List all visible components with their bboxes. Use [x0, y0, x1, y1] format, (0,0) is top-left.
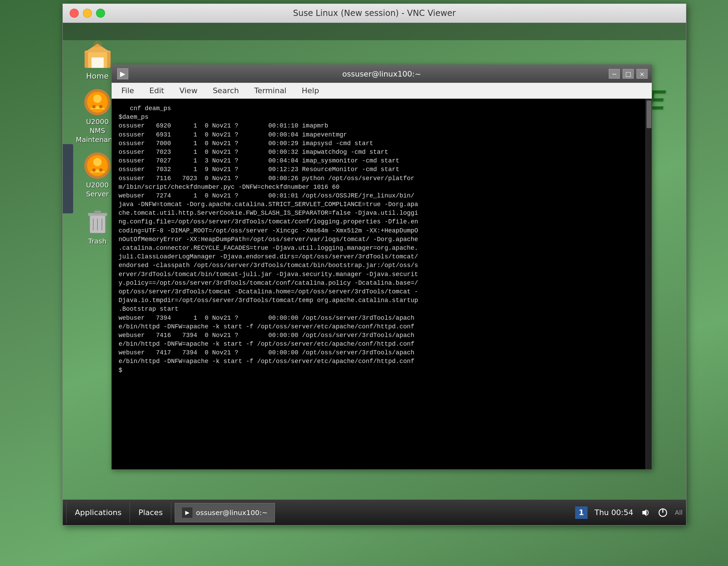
- terminal-maximize-button[interactable]: □: [623, 69, 634, 79]
- svg-point-9: [99, 105, 103, 108]
- menu-edit[interactable]: Edit: [145, 84, 168, 97]
- outer-desktop: Suse Linux (New session) - VNC Viewer: [0, 0, 728, 566]
- svg-rect-3: [92, 58, 104, 68]
- terminal-text: cnf deam_ps $daem_ps ossuser 6920 1 0 No…: [119, 104, 645, 375]
- vnc-maximize-button[interactable]: [96, 9, 105, 18]
- taskbar-terminal-icon: ▶: [182, 507, 192, 518]
- terminal-minimize-button[interactable]: −: [609, 69, 620, 79]
- vnc-window: Suse Linux (New session) - VNC Viewer: [62, 3, 686, 525]
- taskbar-all-label: All: [675, 509, 683, 516]
- vnc-content: Home U2000NMSMaintenan...: [63, 23, 686, 525]
- taskbar-clock: Thu 00:54: [595, 508, 633, 517]
- scrollbar-thumb[interactable]: [647, 100, 651, 128]
- svg-marker-25: [642, 509, 647, 516]
- vnc-title: Suse Linux (New session) - VNC Viewer: [293, 8, 456, 18]
- menu-search[interactable]: Search: [209, 84, 243, 97]
- svg-marker-4: [93, 40, 102, 47]
- taskbar-places-button[interactable]: Places: [130, 502, 171, 523]
- menu-terminal[interactable]: Terminal: [250, 84, 291, 97]
- taskbar-terminal-app[interactable]: ▶ ossuser@linux100:~: [175, 503, 275, 522]
- u2000-server-label: U2000Server: [86, 180, 109, 198]
- u2000-server-icon: [83, 151, 112, 180]
- terminal-content[interactable]: cnf deam_ps $daem_ps ossuser 6920 1 0 No…: [112, 99, 652, 469]
- terminal-close-button[interactable]: ×: [636, 69, 648, 79]
- trash-icon-label: Trash: [88, 237, 107, 245]
- taskbar-terminal-label: ossuser@linux100:~: [196, 508, 268, 517]
- home-folder-icon: [83, 40, 112, 70]
- terminal-scrollbar[interactable]: [645, 99, 652, 469]
- volume-icon[interactable]: [640, 507, 651, 518]
- taskbar: Applications Places ▶ ossuser@linux100:~: [63, 499, 686, 525]
- home-icon-label: Home: [86, 72, 109, 81]
- terminal-window-controls: − □ ×: [609, 69, 648, 79]
- power-icon[interactable]: [658, 507, 668, 518]
- terminal-window: ▶ ossuser@linux100:~ − □ × File Edit: [111, 64, 652, 470]
- taskbar-terminal-icon-symbol: ▶: [185, 509, 189, 516]
- svg-point-12: [93, 158, 102, 166]
- svg-rect-17: [94, 211, 101, 214]
- svg-point-13: [92, 168, 96, 172]
- inner-desktop: Home U2000NMSMaintenan...: [63, 23, 686, 525]
- terminal-icon-symbol: ▶: [120, 70, 125, 78]
- taskbar-left: Applications Places ▶ ossuser@linux100:~: [66, 502, 275, 523]
- menu-file[interactable]: File: [117, 84, 138, 97]
- svg-point-7: [93, 95, 102, 103]
- terminal-titlebar: ▶ ossuser@linux100:~ − □ ×: [112, 65, 652, 83]
- applications-label: Applications: [75, 508, 121, 517]
- vnc-titlebar: Suse Linux (New session) - VNC Viewer: [63, 4, 686, 23]
- trash-icon: [83, 205, 112, 235]
- taskbar-applications-button[interactable]: Applications: [66, 502, 130, 523]
- terminal-title: ossuser@linux100:~: [342, 70, 421, 78]
- menu-help[interactable]: Help: [297, 84, 323, 97]
- workspace-number: 1: [579, 508, 584, 517]
- taskbar-right: 1 Thu 00:54 All: [575, 506, 683, 519]
- workspace-indicator[interactable]: 1: [575, 506, 588, 519]
- inner-top-bar: [63, 23, 686, 40]
- menu-view[interactable]: View: [175, 84, 201, 97]
- svg-point-8: [92, 105, 96, 108]
- terminal-menubar: File Edit View Search Terminal Help: [112, 83, 652, 99]
- terminal-icon: ▶: [117, 68, 128, 79]
- vnc-minimize-button[interactable]: [83, 9, 92, 18]
- svg-point-14: [99, 168, 103, 172]
- places-label: Places: [138, 508, 163, 517]
- vnc-window-controls: [70, 9, 105, 18]
- vnc-close-button[interactable]: [70, 9, 79, 18]
- u2000-nms-icon: [83, 88, 112, 117]
